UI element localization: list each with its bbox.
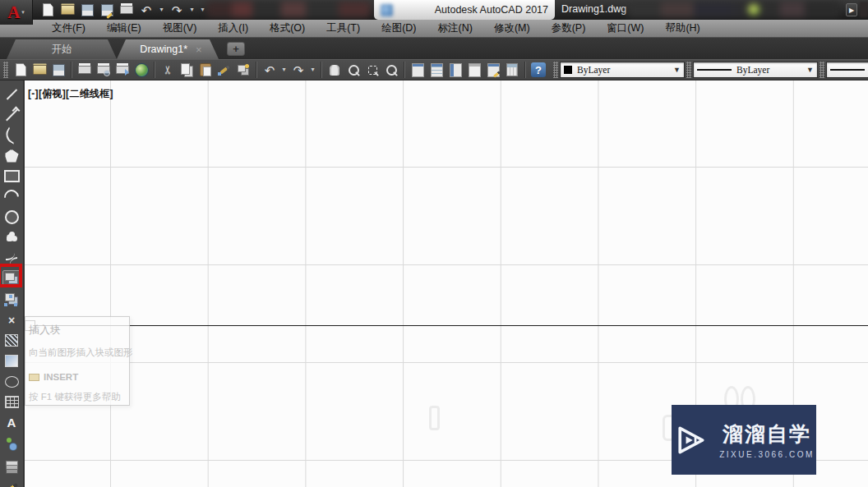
lineweight-swatch [830,69,865,71]
drawing-canvas[interactable]: [-][俯视][二维线框] 溜溜自学 ZIXUE.3066.COM [25,80,868,487]
toolbar-grip[interactable] [686,62,691,78]
app-menu-button[interactable]: A ▾ [0,0,33,25]
chevron-down-icon[interactable]: ▼ [806,66,814,74]
redo-dropdown-icon[interactable]: ▾ [309,62,316,78]
qredo-dropdown-icon[interactable]: ▾ [188,2,196,18]
rectangle-icon[interactable] [2,168,21,185]
play-logo-icon [673,420,709,460]
revision-cloud-icon[interactable] [2,229,21,246]
point-glyph: × [8,315,15,326]
highlight-box [0,264,22,287]
qundo-dropdown-glyph: ▾ [159,7,163,13]
new-icon[interactable] [12,62,29,78]
redo-icon[interactable]: ↷ [290,62,307,78]
toolbar-separator [524,62,526,78]
menu-item-1[interactable]: 文件(F) [41,20,96,37]
standard-toolbar-icons: ✂↶▾↷▾? [2,62,547,78]
circle-icon[interactable] [2,209,21,226]
block-editor-icon[interactable] [235,62,252,78]
qredo-glyph: ↷ [172,4,182,16]
make-block-icon[interactable] [2,291,21,308]
qnew-icon[interactable] [39,2,56,18]
add-selected-icon[interactable] [2,434,21,452]
tool-palettes-icon[interactable] [447,62,464,78]
pencil-tool-icon[interactable] [2,479,21,487]
qat-customize-icon[interactable]: ▾ [199,2,206,18]
standard-toolbar: ✂↶▾↷▾? ByLayer ▼ ByLayer ▼ ByLayer ▼ [0,59,868,80]
qundo-dropdown-icon[interactable]: ▾ [158,2,165,18]
menu-item-2[interactable]: 编辑(E) [96,20,152,37]
insert-block-tooltip: 插入块 向当前图形插入块或图形 INSERT 按 F1 键获得更多帮助 [25,316,130,406]
sheet-set-manager-icon[interactable] [466,62,482,78]
match-properties-icon[interactable] [216,62,233,78]
menu-item-5[interactable]: 格式(O) [259,20,316,37]
qplot-icon[interactable] [118,2,135,18]
menu-item-3[interactable]: 视图(V) [152,20,208,37]
save-icon[interactable] [50,62,67,78]
properties-icon[interactable] [409,62,426,78]
line-icon[interactable] [2,85,21,103]
hatch-icon[interactable] [2,332,21,349]
watermark-card: 溜溜自学 ZIXUE.3066.COM [672,405,816,475]
close-icon[interactable]: × [196,44,202,56]
zoom-window-icon[interactable] [364,62,381,78]
table-icon[interactable] [2,393,21,411]
paste-icon[interactable] [197,62,214,78]
copy-icon[interactable] [178,62,195,78]
polygon-icon[interactable] [2,147,21,164]
toolbar-grip[interactable] [3,62,8,78]
expand-button[interactable]: ▶ [846,3,857,16]
construction-line-icon[interactable] [2,106,21,123]
qundo-icon[interactable]: ↶ [138,2,155,18]
pan-icon[interactable] [326,62,343,78]
gradient-icon[interactable] [2,352,21,370]
menu-item-4[interactable]: 插入(I) [207,20,259,37]
color-control[interactable]: ByLayer ▼ [560,62,685,78]
markup-set-manager-icon[interactable] [485,62,501,78]
cut-icon[interactable]: ✂ [159,62,176,78]
qopen-icon[interactable] [59,2,76,18]
open-icon[interactable] [31,62,48,78]
zoom-realtime-icon[interactable] [345,62,362,78]
polyline-icon[interactable] [2,126,21,144]
viewport-controls-label[interactable]: [-][俯视][二维线框] [28,87,113,101]
menu-item-8[interactable]: 标注(N) [427,20,483,37]
qredo-icon[interactable]: ↷ [169,2,185,18]
plot-preview-icon[interactable] [95,62,112,78]
menu-item-12[interactable]: 帮助(H) [654,20,710,37]
chevron-down-icon[interactable]: ▼ [673,66,681,74]
menu-item-9[interactable]: 修改(M) [483,20,541,37]
save-as-icon[interactable] [99,2,115,18]
toolbar-grip[interactable] [553,62,558,78]
undo-dropdown-icon[interactable]: ▾ [280,62,288,78]
zoom-previous-icon[interactable] [383,62,399,78]
toolbar-separator [321,62,322,78]
plot-icon[interactable] [76,62,93,78]
menu-item-11[interactable]: 窗口(W) [596,20,654,37]
publish-icon[interactable] [114,62,131,78]
drawn-line[interactable] [29,325,868,326]
undo-icon[interactable]: ↶ [261,62,278,78]
menu-item-10[interactable]: 参数(P) [541,20,597,37]
multiline-text-icon[interactable]: A [2,414,21,431]
arc-icon[interactable] [2,188,21,205]
qsave-icon[interactable] [79,2,95,18]
app-title: Autodesk AutoCAD 2017 [435,4,548,16]
design-center-icon[interactable] [428,62,445,78]
menu-item-6[interactable]: 工具(T) [316,20,371,37]
lineweight-control[interactable]: ByLayer ▼ [826,62,868,78]
new-tab-button[interactable]: + [227,42,245,56]
draw-order-icon[interactable] [2,458,21,476]
toolbar-separator [154,62,155,78]
toolbar-grip[interactable] [820,62,824,78]
point-icon[interactable]: × [2,311,21,328]
help-icon[interactable]: ? [530,62,547,78]
linetype-control[interactable]: ByLayer ▼ [693,62,818,78]
region-icon[interactable] [2,373,21,390]
menu-bar: 文件(F)编辑(E)视图(V)插入(I)格式(O)工具(T)绘图(D)标注(N)… [0,20,868,38]
export-dwf-icon[interactable] [133,62,150,78]
tab-start[interactable]: 开始 [7,39,117,59]
quick-calc-icon[interactable] [504,62,520,78]
tab-drawing1[interactable]: Drawing1* × [117,39,219,59]
menu-item-7[interactable]: 绘图(D) [371,20,427,37]
